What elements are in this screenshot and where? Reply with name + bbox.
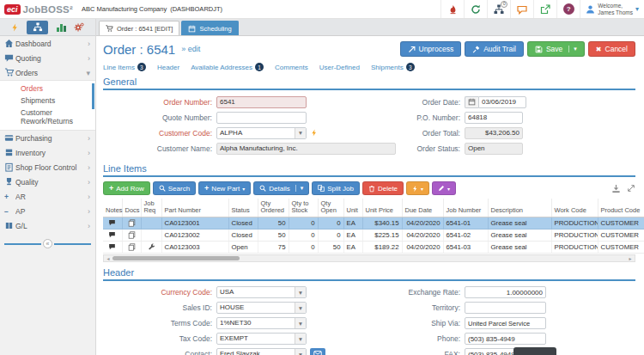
- col-unit-price[interactable]: Unit Price: [362, 199, 402, 217]
- export-download-icon[interactable]: [611, 184, 621, 193]
- notes-icon[interactable]: [108, 219, 116, 226]
- col-status[interactable]: Status: [228, 199, 258, 217]
- quick-actions-icon[interactable]: [11, 22, 19, 33]
- calendar-icon[interactable]: [465, 96, 478, 108]
- notes-icon[interactable]: [108, 231, 116, 238]
- sidebar-item-quoting[interactable]: Quoting ›: [0, 51, 95, 65]
- line-item-row-3[interactable]: CA0123003 Open 75 0 50 EA $189.22 04/20/…: [103, 241, 644, 253]
- col-qty-open[interactable]: Qty Open: [318, 199, 343, 217]
- docs-icon[interactable]: [128, 231, 136, 239]
- subtab-comments[interactable]: Comments: [275, 64, 308, 71]
- subtab-line-items[interactable]: Line Items3: [103, 63, 146, 71]
- messages-button[interactable]: [510, 0, 533, 18]
- admin-gears-icon[interactable]: [74, 22, 84, 33]
- save-button[interactable]: Save ▾: [527, 41, 585, 57]
- sidebar-item-ap[interactable]: − AP ›: [0, 204, 95, 218]
- quick-view-lightning-icon[interactable]: [311, 128, 318, 138]
- add-row-button[interactable]: +Add Row: [103, 181, 150, 195]
- divider: [54, 243, 91, 245]
- sidebar-item-purchasing[interactable]: Purchasing ›: [0, 131, 95, 145]
- sidebar-item-dashboard[interactable]: Dashboard ›: [0, 36, 95, 51]
- save-dropdown-caret[interactable]: ▾: [568, 46, 577, 52]
- line-item-row-1[interactable]: CA0123001 Closed 50 0 0 EA $340.15 04/20…: [103, 217, 644, 229]
- quote-number-field[interactable]: [216, 112, 307, 124]
- col-work-code[interactable]: Work Code: [551, 199, 598, 217]
- docs-icon[interactable]: [128, 243, 136, 251]
- flame-icon: [448, 4, 458, 15]
- sidebar-subitem-customer-rework[interactable]: Customer Rework/Returns: [0, 107, 95, 127]
- cell-qty-ordered: 50: [258, 217, 289, 229]
- user-menu[interactable]: Welcome, James Thoms ▾: [580, 0, 644, 18]
- tab-order-6541[interactable]: Order : 6541 [EDIT]: [99, 21, 179, 35]
- phone-field[interactable]: [465, 333, 546, 345]
- order-number-field[interactable]: [216, 96, 307, 108]
- col-unit[interactable]: Unit: [343, 199, 362, 217]
- cancel-button[interactable]: ✖ Cancel: [588, 41, 635, 57]
- quick-actions-button[interactable]: ▾: [406, 181, 429, 195]
- dashboards-icon[interactable]: [57, 23, 66, 32]
- territory-field[interactable]: [465, 302, 546, 314]
- line-item-row-2[interactable]: CA0123002 Closed 50 0 0 EA $225.15 04/20…: [103, 229, 644, 241]
- subtab-available-addresses[interactable]: Available Addresses1: [191, 63, 264, 71]
- sidebar-subitem-shipments[interactable]: Shipments: [0, 95, 95, 107]
- col-notes[interactable]: Notes: [103, 199, 122, 217]
- expand-grid-icon[interactable]: [627, 184, 635, 193]
- bottom-overlay-widget[interactable]: [513, 347, 556, 355]
- open-external-button[interactable]: [533, 0, 556, 18]
- docs-icon[interactable]: [128, 219, 136, 227]
- sidebar-item-ar[interactable]: + AR ›: [0, 189, 95, 204]
- col-due-date[interactable]: Due Date: [402, 199, 443, 217]
- sidebar-item-shop-floor-control[interactable]: Shop Floor Control ›: [0, 160, 95, 174]
- order-date-field[interactable]: [478, 96, 526, 108]
- sales-id-select[interactable]: HOUSE▼: [216, 302, 307, 314]
- col-qty-to-stock[interactable]: Qty to Stock: [289, 199, 318, 217]
- search-button[interactable]: Search: [153, 181, 196, 195]
- sidebar-subitem-orders[interactable]: Orders: [0, 83, 95, 95]
- subtab-shipments[interactable]: Shipments3: [371, 63, 415, 71]
- scroll-right-icon[interactable]: ▸: [626, 255, 635, 261]
- unprocess-button[interactable]: Unprocess: [400, 41, 462, 57]
- wrench-icon[interactable]: [148, 243, 155, 251]
- col-description[interactable]: Description: [488, 199, 551, 217]
- sidebar-item-orders[interactable]: Orders ▾: [0, 65, 95, 80]
- grid-horizontal-scrollbar[interactable]: ◂ ▸: [103, 254, 635, 262]
- scroll-left-icon[interactable]: ◂: [104, 255, 112, 261]
- exchange-rate-field[interactable]: [465, 286, 546, 298]
- help-button[interactable]: ?: [556, 0, 580, 18]
- tax-code-select[interactable]: EXEMPT▼: [216, 333, 307, 345]
- col-job-number[interactable]: Job Number: [443, 199, 488, 217]
- details-button[interactable]: Details▾: [253, 181, 309, 195]
- currency-code-select[interactable]: USA▼: [216, 286, 307, 298]
- sidebar-collapse-control[interactable]: «: [4, 239, 91, 248]
- subtab-header[interactable]: Header: [157, 64, 179, 71]
- subtab-user-defined[interactable]: User-Defined: [319, 64, 360, 71]
- navigation-mode-button[interactable]: [27, 21, 48, 34]
- customer-code-select[interactable]: ALPHA▼: [216, 127, 307, 139]
- col-qty-ordered[interactable]: Qty Ordered: [258, 199, 289, 217]
- audit-trail-button[interactable]: Audit Trail: [465, 41, 524, 57]
- details-dropdown-caret[interactable]: ▾: [295, 185, 304, 192]
- tab-scheduling[interactable]: Scheduling: [181, 21, 238, 35]
- sidebar-item-quality[interactable]: Quality ›: [0, 174, 95, 189]
- edit-options-button[interactable]: ▾: [432, 181, 456, 195]
- email-contact-button[interactable]: [310, 348, 325, 355]
- new-part-button[interactable]: +New Part▾: [198, 181, 251, 195]
- edit-link[interactable]: » edit: [181, 45, 200, 53]
- col-docs[interactable]: Docs: [122, 199, 141, 217]
- split-job-button[interactable]: Split Job: [312, 181, 360, 195]
- org-activity-button[interactable]: 0: [487, 0, 510, 18]
- ship-via-field[interactable]: [465, 317, 546, 329]
- hot-list-button[interactable]: [440, 0, 464, 18]
- contact-select[interactable]: Fred Slayzak▼: [216, 348, 307, 355]
- scrollbar-thumb[interactable]: [112, 256, 240, 260]
- delete-button[interactable]: Delete: [362, 181, 404, 195]
- notes-icon[interactable]: [108, 243, 116, 250]
- po-number-field[interactable]: [465, 112, 523, 124]
- sidebar-item-inventory[interactable]: Inventory ›: [0, 145, 95, 160]
- terms-code-select[interactable]: 1%NET30▼: [216, 317, 307, 329]
- refresh-button[interactable]: [464, 0, 487, 18]
- col-part-number[interactable]: Part Number: [161, 199, 228, 217]
- sidebar-item-gl[interactable]: G/L ›: [0, 218, 95, 233]
- col-job-req[interactable]: Job Req: [141, 199, 161, 217]
- col-product-code[interactable]: Product Code: [598, 199, 644, 217]
